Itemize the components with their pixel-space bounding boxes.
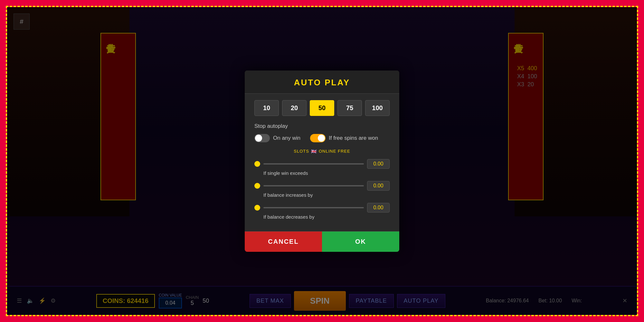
stop-autoplay-label: Stop autoplay	[254, 123, 390, 129]
ok-button[interactable]: OK	[322, 232, 399, 252]
slider-balance-increase: 0.00 If balance increases by	[254, 181, 390, 198]
game-background: # 黄金传奇 黄金传奇 X5 400 X4 100 X3 20	[7, 7, 637, 315]
modal-overlay: AUTO PLAY 10 20 50 75 100 Stop autoplay	[7, 7, 637, 315]
toggle-any-win-switch[interactable]	[254, 134, 270, 142]
slider-value-1: 0.00	[367, 159, 390, 169]
modal-body: 10 20 50 75 100 Stop autoplay	[245, 94, 399, 231]
toggle-free-spins-knob	[318, 135, 325, 142]
slider-dot-1	[254, 161, 260, 167]
slider-label-1: If single win exceeds	[263, 170, 390, 176]
modal-header: AUTO PLAY	[245, 71, 399, 94]
slider-label-3: If balance decreases by	[263, 214, 390, 220]
slider-label-2: If balance increases by	[263, 192, 390, 198]
spin-count-20[interactable]: 20	[282, 100, 307, 116]
modal-footer: CANCEL OK	[245, 231, 399, 252]
autoplay-modal: AUTO PLAY 10 20 50 75 100 Stop autoplay	[245, 71, 399, 252]
outer-border: # 黄金传奇 黄金传奇 X5 400 X4 100 X3 20	[0, 0, 644, 322]
slider-track-2[interactable]	[263, 185, 364, 186]
slider-track-1[interactable]	[263, 163, 364, 165]
toggle-row: On any win If free spins are won	[254, 134, 390, 142]
toggle-any-win: On any win	[254, 134, 300, 142]
slider-value-3: 0.00	[367, 203, 390, 213]
spin-count-100[interactable]: 100	[365, 100, 390, 116]
spin-count-10[interactable]: 10	[254, 100, 279, 116]
slider-balance-decrease: 0.00 If balance decreases by	[254, 203, 390, 220]
spin-count-50[interactable]: 50	[310, 100, 334, 116]
toggle-free-spins-label: If free spins are won	[329, 135, 378, 141]
slider-value-2: 0.00	[367, 181, 390, 191]
cancel-button[interactable]: CANCEL	[245, 232, 322, 252]
modal-title: AUTO PLAY	[254, 78, 390, 88]
dashed-border: # 黄金传奇 黄金传奇 X5 400 X4 100 X3 20	[6, 6, 638, 316]
slider-dot-3	[254, 205, 260, 211]
toggle-free-spins: If free spins are won	[310, 134, 378, 142]
slider-track-3[interactable]	[263, 207, 364, 208]
toggle-free-spins-switch[interactable]	[310, 134, 326, 142]
promo-flag: 🇬🇧	[311, 149, 317, 154]
spin-count-75[interactable]: 75	[337, 100, 362, 116]
slider-single-win: 0.00 If single win exceeds	[254, 159, 390, 176]
toggle-any-win-label: On any win	[273, 135, 300, 141]
slider-dot-2	[254, 183, 260, 189]
toggle-any-win-knob	[255, 135, 262, 142]
spin-count-group: 10 20 50 75 100	[254, 100, 390, 116]
promo-text: SLOTS 🇬🇧 ONLINE FREE	[254, 149, 390, 154]
